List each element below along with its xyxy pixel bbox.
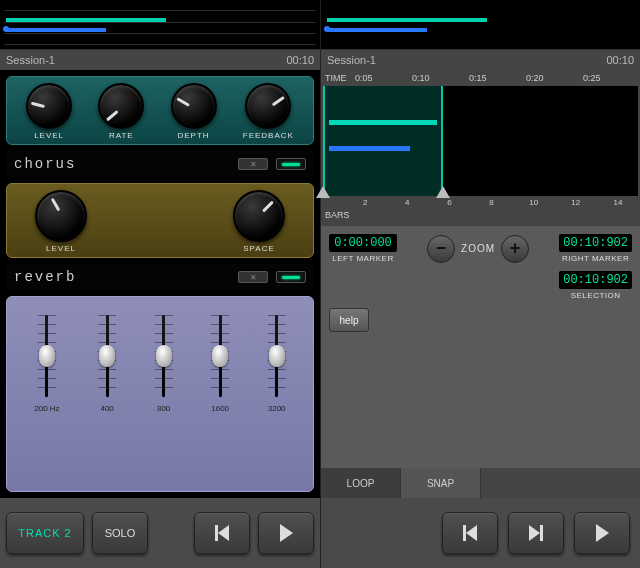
chorus-enable-led[interactable] [276,158,306,170]
time-tick: 0:25 [583,73,640,83]
prev-button[interactable] [194,512,250,554]
knob-rate[interactable] [98,83,144,129]
eq-band-label: 3200 [268,404,286,413]
solo-button[interactable]: SOLO [92,512,148,554]
next-button-r[interactable] [508,512,564,554]
session-name-r: Session-1 [327,54,376,66]
eq-slider-200 Hz[interactable] [38,311,56,401]
reverb-title: reverb [14,269,76,285]
eq-band-label: 800 [157,404,170,413]
bar-tick: 8 [489,198,493,207]
knob-level[interactable] [35,190,87,242]
bars-axis-label: BARS [321,210,640,224]
chorus-close-button[interactable] [238,158,268,170]
timeline-pane: Session-1 00:10 TIME 0:050:100:150:200:2… [320,0,640,568]
tab-row: LOOP SNAP [321,468,640,498]
selection-label: SELECTION [571,291,621,300]
eq-slider-1600[interactable] [211,311,229,401]
bar-tick: 2 [363,198,367,207]
knob-label: LEVEL [46,244,76,253]
chorus-title: chorus [14,156,76,172]
time-tick: 0:05 [355,73,412,83]
bar-tick: 12 [571,198,580,207]
selection-region[interactable] [323,86,443,196]
reverb-close-button[interactable] [238,271,268,283]
knob-label: LEVEL [34,131,64,140]
reverb-title-row: reverb [6,264,314,290]
right-marker-label: RIGHT MARKER [562,254,629,263]
knob-label: SPACE [243,244,275,253]
eq-slider-800[interactable] [155,311,173,401]
time-tick: 0:15 [469,73,526,83]
right-marker-value[interactable]: 00:10:902 [559,234,632,252]
waveform-strip[interactable] [0,0,320,50]
transport-bar: TRACK 2 SOLO [0,498,320,568]
waveform-strip-r[interactable] [321,0,640,50]
eq-slider-3200[interactable] [268,311,286,401]
chorus-panel: LEVELRATEDEPTHFEEDBACK [6,76,314,145]
track-area[interactable] [323,86,638,196]
knob-depth[interactable] [171,83,217,129]
bar-tick: 6 [447,198,451,207]
zoom-out-button[interactable]: − [427,235,455,263]
knob-label: RATE [109,131,134,140]
help-button[interactable]: help [329,308,369,332]
play-button[interactable] [258,512,314,554]
time-tick: 0:10 [412,73,469,83]
bar-tick: 14 [613,198,622,207]
transport-bar-r [321,498,640,568]
reverb-enable-led[interactable] [276,271,306,283]
selection-value[interactable]: 00:10:902 [559,271,632,289]
bar-tick: 4 [405,198,409,207]
session-time: 00:10 [286,54,314,66]
eq-slider-400[interactable] [98,311,116,401]
knob-label: FEEDBACK [243,131,294,140]
zoom-label: ZOOM [461,243,495,254]
eq-panel: 200 Hz40080016003200 [6,296,314,492]
track-select-button[interactable]: TRACK 2 [6,512,84,554]
knob-feedback[interactable] [245,83,291,129]
session-bar-r: Session-1 00:10 [321,50,640,70]
eq-band-label: 200 Hz [34,404,59,413]
knob-level[interactable] [26,83,72,129]
reverb-panel: LEVELSPACE [6,183,314,258]
time-tick: 0:20 [526,73,583,83]
knob-label: DEPTH [177,131,209,140]
eq-band-label: 1600 [211,404,229,413]
tab-snap[interactable]: SNAP [401,468,481,498]
bar-tick: 10 [529,198,538,207]
chorus-title-row: chorus [6,151,314,177]
knob-space[interactable] [233,190,285,242]
zoom-in-button[interactable]: + [501,235,529,263]
session-time-r: 00:10 [606,54,634,66]
time-axis-label: TIME [321,73,355,83]
left-marker-label: LEFT MARKER [332,254,393,263]
session-bar: Session-1 00:10 [0,50,320,70]
eq-band-label: 400 [100,404,113,413]
play-button-r[interactable] [574,512,630,554]
prev-button-r[interactable] [442,512,498,554]
timeline: TIME 0:050:100:150:200:25 2468101214 BAR… [321,70,640,226]
left-marker-value[interactable]: 0:00:000 [329,234,397,252]
effects-pane: Session-1 00:10 LEVELRATEDEPTHFEEDBACK c… [0,0,320,568]
session-name: Session-1 [6,54,55,66]
tab-loop[interactable]: LOOP [321,468,401,498]
